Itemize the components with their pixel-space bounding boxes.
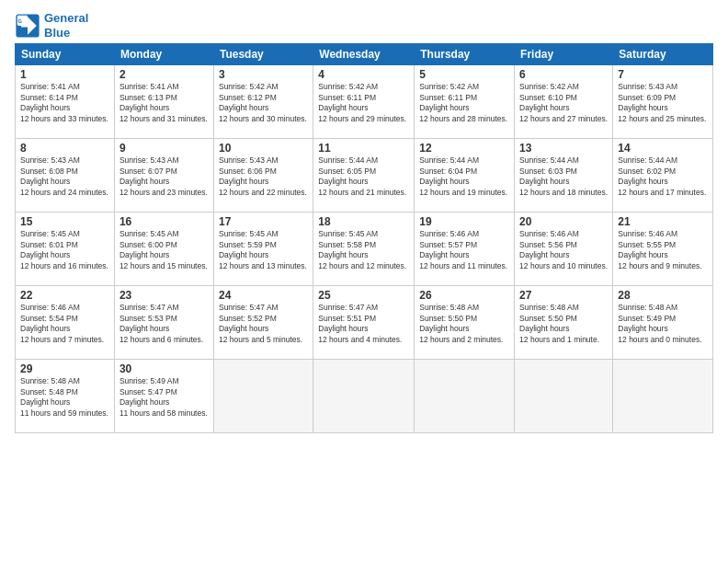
day-cell-19: 19Sunrise: 5:46 AMSunset: 5:57 PMDayligh… <box>415 213 515 286</box>
day-cell-30: 30Sunrise: 5:49 AMSunset: 5:47 PMDayligh… <box>114 360 213 433</box>
day-cell-2: 2Sunrise: 5:41 AMSunset: 6:13 PMDaylight… <box>114 65 213 139</box>
col-friday: Friday <box>515 44 613 65</box>
day-cell-22: 22Sunrise: 5:46 AMSunset: 5:54 PMDayligh… <box>16 286 115 360</box>
day-cell-8: 8Sunrise: 5:43 AMSunset: 6:08 PMDaylight… <box>16 139 115 213</box>
header-row: Sunday Monday Tuesday Wednesday Thursday… <box>16 44 713 65</box>
day-cell-empty <box>613 360 713 433</box>
day-cell-15: 15Sunrise: 5:45 AMSunset: 6:01 PMDayligh… <box>16 213 115 286</box>
page: G General Blue Sunday Monday Tuesday Wed… <box>0 0 728 563</box>
day-cell-11: 11Sunrise: 5:44 AMSunset: 6:05 PMDayligh… <box>313 139 415 213</box>
day-cell-5: 5Sunrise: 5:42 AMSunset: 6:11 PMDaylight… <box>415 65 515 139</box>
day-cell-23: 23Sunrise: 5:47 AMSunset: 5:53 PMDayligh… <box>114 286 213 360</box>
col-wednesday: Wednesday <box>313 44 415 65</box>
week-row-3: 15Sunrise: 5:45 AMSunset: 6:01 PMDayligh… <box>16 213 713 286</box>
day-cell-7: 7Sunrise: 5:43 AMSunset: 6:09 PMDaylight… <box>613 65 713 139</box>
day-cell-26: 26Sunrise: 5:48 AMSunset: 5:50 PMDayligh… <box>415 286 515 360</box>
logo-line1: General <box>44 11 88 26</box>
day-cell-21: 21Sunrise: 5:46 AMSunset: 5:55 PMDayligh… <box>613 213 713 286</box>
day-cell-4: 4Sunrise: 5:42 AMSunset: 6:11 PMDaylight… <box>313 65 415 139</box>
day-cell-3: 3Sunrise: 5:42 AMSunset: 6:12 PMDaylight… <box>213 65 313 139</box>
day-cell-27: 27Sunrise: 5:48 AMSunset: 5:50 PMDayligh… <box>515 286 613 360</box>
day-cell-empty <box>213 360 313 433</box>
logo: G General Blue <box>15 11 88 40</box>
day-cell-9: 9Sunrise: 5:43 AMSunset: 6:07 PMDaylight… <box>114 139 213 213</box>
day-cell-12: 12Sunrise: 5:44 AMSunset: 6:04 PMDayligh… <box>415 139 515 213</box>
day-cell-empty <box>515 360 613 433</box>
day-cell-24: 24Sunrise: 5:47 AMSunset: 5:52 PMDayligh… <box>213 286 313 360</box>
day-cell-6: 6Sunrise: 5:42 AMSunset: 6:10 PMDaylight… <box>515 65 613 139</box>
day-cell-empty <box>415 360 515 433</box>
day-cell-29: 29Sunrise: 5:48 AMSunset: 5:48 PMDayligh… <box>16 360 115 433</box>
logo-icon: G <box>15 13 40 39</box>
day-cell-1: 1Sunrise: 5:41 AMSunset: 6:14 PMDaylight… <box>16 65 115 139</box>
day-cell-28: 28Sunrise: 5:48 AMSunset: 5:49 PMDayligh… <box>613 286 713 360</box>
logo-text: General Blue <box>44 11 88 40</box>
week-row-2: 8Sunrise: 5:43 AMSunset: 6:08 PMDaylight… <box>16 139 713 213</box>
header: G General Blue <box>15 11 713 40</box>
calendar-table: Sunday Monday Tuesday Wednesday Thursday… <box>15 43 713 433</box>
day-cell-empty <box>313 360 415 433</box>
day-cell-13: 13Sunrise: 5:44 AMSunset: 6:03 PMDayligh… <box>515 139 613 213</box>
week-row-1: 1Sunrise: 5:41 AMSunset: 6:14 PMDaylight… <box>16 65 713 139</box>
day-cell-17: 17Sunrise: 5:45 AMSunset: 5:59 PMDayligh… <box>213 213 313 286</box>
day-cell-25: 25Sunrise: 5:47 AMSunset: 5:51 PMDayligh… <box>313 286 415 360</box>
col-saturday: Saturday <box>613 44 713 65</box>
week-row-5: 29Sunrise: 5:48 AMSunset: 5:48 PMDayligh… <box>16 360 713 433</box>
svg-text:G: G <box>18 17 22 23</box>
col-sunday: Sunday <box>16 44 115 65</box>
day-cell-16: 16Sunrise: 5:45 AMSunset: 6:00 PMDayligh… <box>114 213 213 286</box>
day-cell-14: 14Sunrise: 5:44 AMSunset: 6:02 PMDayligh… <box>613 139 713 213</box>
logo-line2: Blue <box>44 26 88 40</box>
day-cell-18: 18Sunrise: 5:45 AMSunset: 5:58 PMDayligh… <box>313 213 415 286</box>
col-monday: Monday <box>114 44 213 65</box>
week-row-4: 22Sunrise: 5:46 AMSunset: 5:54 PMDayligh… <box>16 286 713 360</box>
day-cell-20: 20Sunrise: 5:46 AMSunset: 5:56 PMDayligh… <box>515 213 613 286</box>
col-thursday: Thursday <box>415 44 515 65</box>
day-cell-10: 10Sunrise: 5:43 AMSunset: 6:06 PMDayligh… <box>213 139 313 213</box>
col-tuesday: Tuesday <box>213 44 313 65</box>
